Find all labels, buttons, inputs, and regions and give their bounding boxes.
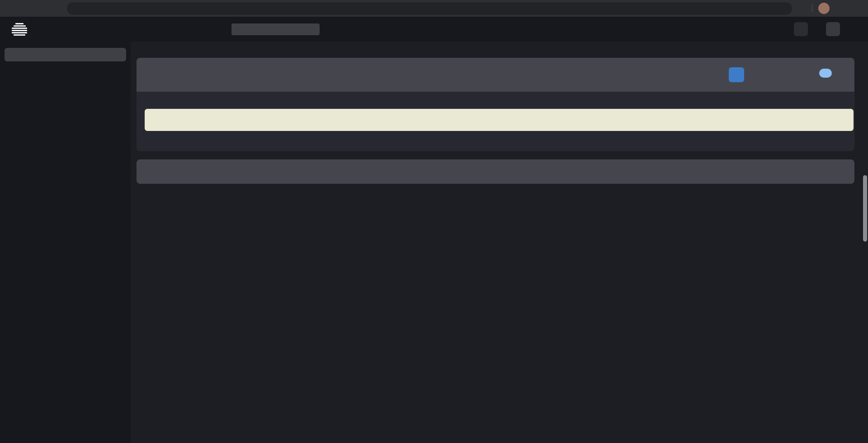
list-body: [137, 92, 854, 151]
create-button[interactable]: [729, 67, 744, 82]
breadcrumb: [131, 42, 868, 58]
address-bar[interactable]: [67, 2, 792, 15]
screen: [0, 0, 868, 443]
list-footer: [137, 159, 854, 184]
sidebar-search-input[interactable]: [5, 48, 126, 61]
browser-actions: [800, 3, 835, 14]
app-header: [0, 17, 868, 42]
browser-home-button[interactable]: [49, 2, 62, 15]
main-area: [131, 42, 868, 443]
listing-count-badge: [819, 69, 832, 78]
app-header-actions: [719, 22, 857, 36]
global-search[interactable]: [231, 23, 320, 35]
magic-lamp-button[interactable]: [794, 22, 808, 36]
info-banner: [145, 109, 854, 131]
divider: [812, 5, 812, 12]
browser-reload-button[interactable]: [34, 2, 47, 15]
list-toolbar: [137, 58, 854, 92]
list-card: [137, 58, 854, 151]
browser-profile-avatar[interactable]: [818, 3, 830, 14]
browser-back-button[interactable]: [5, 2, 18, 15]
browser-chrome: [0, 0, 868, 17]
scrollbar-thumb[interactable]: [863, 175, 867, 242]
user-avatar[interactable]: [826, 22, 840, 36]
browser-forward-button[interactable]: [19, 2, 33, 15]
toolbar-actions: [729, 67, 845, 82]
simplicite-logo: [12, 23, 27, 36]
page-footer: [131, 441, 868, 443]
sidebar: [0, 42, 131, 443]
